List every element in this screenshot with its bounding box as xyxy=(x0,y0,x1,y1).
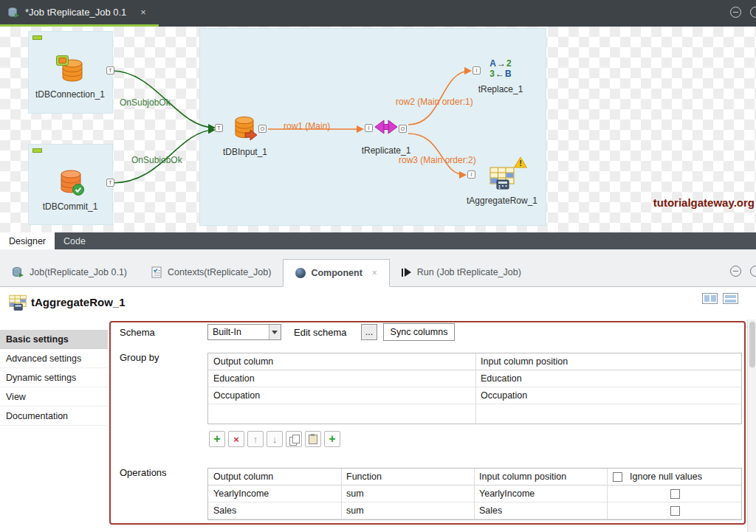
replace-glyph: 2 xyxy=(506,59,512,69)
port-input[interactable]: I xyxy=(467,170,475,179)
plus-icon: + xyxy=(213,433,220,445)
cell-output-column[interactable]: Sales xyxy=(208,502,236,519)
sync-columns-button[interactable]: Sync columns xyxy=(383,323,455,341)
column-header[interactable]: Ignore null values xyxy=(625,469,702,485)
component-treplicate[interactable]: tReplicate_1 xyxy=(346,114,427,156)
link-label-row2[interactable]: row2 (Main order:1) xyxy=(396,97,473,107)
design-canvas[interactable]: tDBConnection_1 tDBCommit_1 tDBInput_1 xyxy=(0,27,756,232)
column-divider xyxy=(607,469,608,519)
chevron-down-icon[interactable] xyxy=(269,325,281,339)
edit-schema-button[interactable]: ... xyxy=(361,324,377,340)
ignore-null-checkbox[interactable] xyxy=(670,489,680,499)
maximize-panel-icon[interactable] xyxy=(750,266,756,277)
port-output[interactable]: O xyxy=(258,125,267,133)
schema-label: Schema xyxy=(120,327,155,338)
paste-button[interactable] xyxy=(305,431,321,447)
talend-window: *Job tReplicate_Job 0.1 × xyxy=(0,0,756,532)
table-row[interactable]: Education Education xyxy=(208,370,741,387)
db-connection-icon xyxy=(55,55,85,84)
cell-input-column-position[interactable]: Education xyxy=(475,370,522,387)
table-row[interactable]: Occupation Occupation xyxy=(208,387,741,404)
sidebar-item-advanced-settings[interactable]: Advanced settings xyxy=(0,349,108,368)
copy-button[interactable] xyxy=(286,431,302,447)
warning-icon: ! xyxy=(514,156,527,168)
title-bar: *Job tReplicate_Job 0.1 × xyxy=(0,0,756,27)
schema-select[interactable]: Built-In xyxy=(207,324,281,340)
port-input[interactable]: I xyxy=(365,124,373,132)
job-icon xyxy=(7,7,20,18)
cell-input-column-position[interactable]: Sales xyxy=(474,502,502,519)
add-row-button[interactable]: + xyxy=(209,431,225,447)
contexts-icon xyxy=(151,266,162,278)
link-label-row1[interactable]: row1 (Main) xyxy=(284,121,330,131)
table-row[interactable]: Sales sum Sales xyxy=(208,502,741,519)
cell-function[interactable]: sum xyxy=(341,486,364,502)
link-label-onsubjobok[interactable]: OnSubjobOk xyxy=(131,155,182,165)
schema-select-value: Built-In xyxy=(213,325,241,339)
close-icon[interactable]: × xyxy=(372,268,377,278)
layout-rows-toggle-icon[interactable] xyxy=(723,293,738,304)
sidebar-item-view[interactable]: View xyxy=(0,387,108,407)
port-trigger[interactable]: T xyxy=(106,179,114,187)
column-header[interactable]: Output column xyxy=(208,469,273,485)
group-by-table[interactable]: Output column Input column position Educ… xyxy=(207,353,742,424)
component-tdbcommit[interactable]: tDBCommit_1 xyxy=(27,167,113,212)
move-up-button[interactable]: ↑ xyxy=(247,431,264,447)
replace-glyph: ← xyxy=(495,69,504,79)
aggregate-row-icon xyxy=(7,294,28,311)
cell-input-column-position[interactable]: Occupation xyxy=(475,387,527,404)
ignore-null-header-checkbox[interactable] xyxy=(613,472,622,482)
port-trigger[interactable]: T xyxy=(215,124,223,132)
tab-job[interactable]: Job(tReplicate_Job 0.1) xyxy=(0,258,139,286)
add-all-columns-button[interactable]: + xyxy=(324,431,340,447)
operations-label: Operations xyxy=(120,467,167,478)
link-label-row3[interactable]: row3 (Main order:2) xyxy=(399,155,476,165)
view-switch-bar: Designer Code xyxy=(0,232,756,249)
minimize-panel-icon[interactable] xyxy=(730,266,741,277)
cell-output-column[interactable]: Education xyxy=(208,370,255,387)
component-tdbconnection[interactable]: tDBConnection_1 xyxy=(27,55,113,100)
column-header[interactable]: Input column position xyxy=(474,469,566,485)
component-label: tDBInput_1 xyxy=(208,147,282,157)
sidebar-item-dynamic-settings[interactable]: Dynamic settings xyxy=(0,368,108,387)
cell-function[interactable]: sum xyxy=(341,502,364,519)
close-icon[interactable]: × xyxy=(140,7,146,18)
vertical-scrollbar[interactable] xyxy=(747,319,756,532)
group-by-toolbar: + × ↑ ↓ + xyxy=(209,431,340,447)
column-header[interactable]: Input column position xyxy=(475,353,568,370)
tab-component[interactable]: Component × xyxy=(283,259,389,287)
cell-output-column[interactable]: Occupation xyxy=(208,387,260,404)
operations-table[interactable]: Output column Function Input column posi… xyxy=(207,468,742,520)
layout-columns-toggle-icon[interactable] xyxy=(702,293,718,304)
tab-job-label: Job(tReplicate_Job 0.1) xyxy=(30,267,127,277)
edit-schema-label: Edit schema xyxy=(294,327,347,338)
job-title-tab[interactable]: *Job tReplicate_Job 0.1 × xyxy=(0,0,159,24)
db-commit-icon xyxy=(55,167,85,196)
move-down-button[interactable]: ↓ xyxy=(267,431,283,447)
column-header[interactable]: Output column xyxy=(208,353,273,370)
sidebar-item-documentation[interactable]: Documentation xyxy=(0,407,108,426)
minimize-view-icon[interactable] xyxy=(730,7,741,18)
tab-code[interactable]: Code xyxy=(55,232,94,249)
column-header[interactable]: Function xyxy=(341,469,382,485)
maximize-view-icon[interactable] xyxy=(750,7,756,18)
component-label: tReplicate_1 xyxy=(346,145,427,156)
link-label-onsubjobok[interactable]: OnSubjobOk xyxy=(120,97,171,108)
port-output[interactable]: O xyxy=(399,125,407,133)
tab-designer[interactable]: Designer xyxy=(0,232,55,249)
port-trigger[interactable]: T xyxy=(106,66,114,75)
ignore-null-checkbox[interactable] xyxy=(670,506,680,516)
tab-run[interactable]: Run (Job tReplicate_Job) xyxy=(390,258,533,286)
component-title: tAggregateRow_1 xyxy=(31,296,126,308)
cell-input-column-position[interactable]: YearlyIncome xyxy=(474,486,535,502)
remove-row-button[interactable]: × xyxy=(228,431,244,447)
table-row[interactable]: YearlyIncome sum YearlyIncome xyxy=(208,486,741,502)
port-input[interactable]: I xyxy=(472,66,481,75)
scrollbar-thumb[interactable] xyxy=(749,322,755,367)
tab-contexts[interactable]: Contexts(tReplicate_Job) xyxy=(139,258,283,286)
component-label: tDBCommit_1 xyxy=(27,201,113,212)
component-tdbinput[interactable]: tDBInput_1 xyxy=(208,114,282,157)
sidebar-item-basic-settings[interactable]: Basic settings xyxy=(0,330,108,349)
component-treplace[interactable]: A → 2 3 ← B tReplace_1 xyxy=(464,56,537,94)
cell-output-column[interactable]: YearlyIncome xyxy=(208,486,269,502)
